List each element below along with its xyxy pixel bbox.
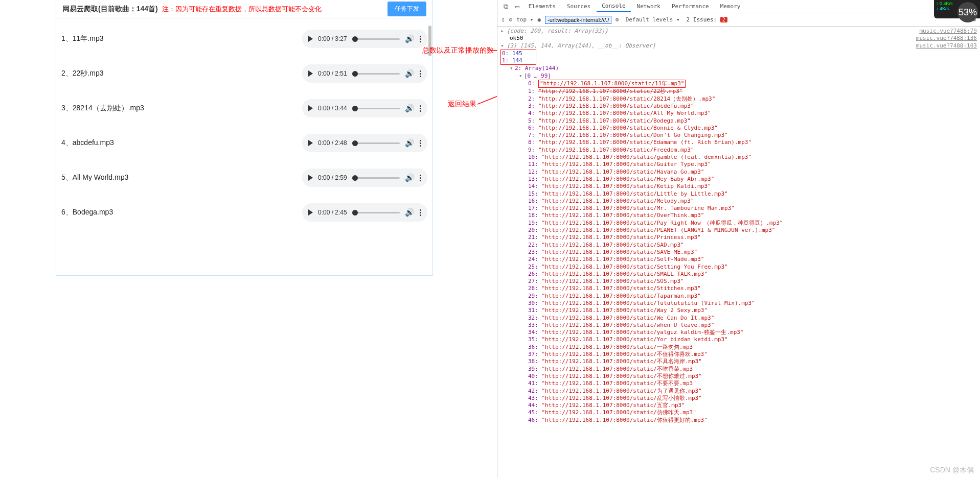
progress-slider[interactable] [352, 38, 400, 40]
audio-player[interactable]: 0:00 / 3:44🔊 [302, 99, 427, 117]
url-string[interactable]: "http://192.168.1.107:8000/static/不要不要.m… [542, 380, 696, 387]
console-array-item[interactable]: 41: "http://192.168.1.107:8000/static/不要… [500, 380, 977, 387]
menu-icon[interactable] [420, 105, 421, 112]
console-object[interactable]: {code: 200, result: Array(33)} [507, 28, 608, 35]
url-string[interactable]: "http://192.168.1.107:8000/static/OverTh… [542, 212, 704, 219]
url-string[interactable]: "http://192.168.1.107:8000/static/一路匆匆.m… [542, 344, 696, 350]
console-filter-input[interactable] [545, 16, 611, 24]
url-string[interactable]: "http://192.168.1.107:8000/static/Freedo… [538, 147, 694, 153]
progress-slider[interactable] [352, 212, 400, 213]
menu-icon[interactable] [420, 175, 421, 181]
console-array-item[interactable]: 15: "http://192.168.1.107:8000/static/Li… [500, 190, 977, 198]
url-string[interactable]: "http://192.168.1.107:8000/static/when U… [542, 322, 715, 328]
url-string[interactable]: "http://192.168.1.107:8000/static/Edamam… [538, 139, 751, 146]
tab-performance[interactable]: Performance [667, 1, 714, 12]
progress-slider[interactable] [352, 108, 400, 109]
url-string[interactable]: "http://192.168.1.107:8000/static/Self-M… [542, 256, 704, 262]
expand-icon[interactable] [500, 28, 506, 35]
url-string[interactable]: "http://192.168.1.107:8000/static/Pay Ri… [542, 220, 783, 226]
console-array-item[interactable]: 5: "http://192.168.1.107:8000/static/Bod… [500, 117, 977, 125]
url-string[interactable]: "http://192.168.1.107:8000/static/11年.mp… [538, 80, 686, 88]
console-array-item[interactable]: 21: "http://192.168.1.107:8000/static/Pr… [500, 234, 977, 241]
url-string[interactable]: "http://192.168.1.107:8000/static/We Can… [542, 315, 715, 321]
play-icon[interactable] [308, 36, 313, 42]
volume-icon[interactable]: 🔊 [405, 34, 415, 43]
console-array-item[interactable]: 3: "http://192.168.1.107:8000/static/abc… [500, 103, 977, 110]
url-string[interactable]: "http://192.168.1.107:8000/static/Way 2 … [542, 307, 708, 314]
device-icon[interactable]: ▭ [512, 2, 522, 11]
console-array-item[interactable]: 27: "http://192.168.1.107:8000/static/SO… [500, 278, 977, 285]
console-array-item[interactable]: 30: "http://192.168.1.107:8000/static/Tu… [500, 300, 977, 307]
console-array-item[interactable]: 28: "http://192.168.1.107:8000/static/St… [500, 285, 977, 292]
expand-icon[interactable] [500, 42, 506, 50]
url-string[interactable]: "http://192.168.1.107:8000/static/Stitch… [542, 285, 701, 292]
audio-player[interactable]: 0:00 / 2:51🔊 [302, 64, 427, 83]
url-string[interactable]: "http://192.168.1.107:8000/static/你值得更好的… [542, 417, 708, 423]
console-array-item[interactable]: 20: "http://192.168.1.107:8000/static/PL… [500, 227, 977, 234]
expand-icon[interactable] [519, 73, 524, 80]
url-string[interactable]: "http://192.168.1.107:8000/static/乱写小情歌.… [542, 395, 702, 401]
url-string[interactable]: "http://192.168.1.107:8000/static/不值得你喜欢… [542, 351, 708, 357]
menu-icon[interactable] [420, 36, 421, 42]
console-array-item[interactable]: 7: "http://192.168.1.107:8000/static/Don… [500, 132, 977, 139]
console-array[interactable]: (3) [145, 144, Array(144), __ob__: Obser… [507, 42, 655, 50]
console-array-item[interactable]: 46: "http://192.168.1.107:8000/static/你值… [500, 417, 977, 424]
expand-icon[interactable] [510, 65, 515, 72]
filter-clear-icon[interactable]: ⊗ [616, 16, 619, 23]
url-string[interactable]: "http://192.168.1.107:8000/static/SOS.mp… [542, 278, 684, 284]
url-string[interactable]: "http://192.168.1.107:8000/static/为了遇见你.… [542, 388, 702, 394]
url-string[interactable]: "http://192.168.1.107:8000/static/Havana… [542, 169, 704, 175]
url-string[interactable]: "http://192.168.1.107:8000/static/abcdef… [538, 103, 694, 109]
console-array-item[interactable]: 31: "http://192.168.1.107:8000/static/Wa… [500, 307, 977, 314]
console-array-item[interactable]: 40: "http://192.168.1.107:8000/static/不想… [500, 373, 977, 380]
url-string[interactable]: "http://192.168.1.107:8000/static/不吃香菜.m… [542, 366, 696, 372]
console-array-item[interactable]: 12: "http://192.168.1.107:8000/static/Ha… [500, 169, 977, 176]
console-array-item[interactable]: 11: "http://192.168.1.107:8000/static/Gu… [500, 161, 977, 168]
console-array-item[interactable]: 14: "http://192.168.1.107:8000/static/Ke… [500, 183, 977, 190]
volume-icon[interactable]: 🔊 [405, 173, 415, 182]
live-expr-icon[interactable]: ◉ [537, 16, 541, 23]
url-string[interactable]: "http://192.168.1.107:8000/static/Hey Ba… [542, 176, 715, 182]
url-string[interactable]: "http://192.168.1.107:8000/static/SMALL … [542, 271, 708, 277]
console-array-item[interactable]: 6: "http://192.168.1.107:8000/static/Bon… [500, 125, 977, 132]
sidebar-toggle-icon[interactable]: ▯ [502, 16, 505, 23]
inspect-icon[interactable]: ⧉ [500, 2, 511, 12]
tab-network[interactable]: Network [632, 1, 666, 12]
volume-icon[interactable]: 🔊 [405, 104, 415, 113]
url-string[interactable]: "http://192.168.1.107:8000/static/Ketip … [542, 183, 711, 189]
console-array-item[interactable]: 16: "http://192.168.1.107:8000/static/Me… [500, 198, 977, 205]
console-array-item[interactable]: 33: "http://192.168.1.107:8000/static/wh… [500, 322, 977, 329]
log-levels-selector[interactable]: Default levels ▾ [623, 15, 682, 24]
clear-console-icon[interactable]: ⊘ [509, 16, 513, 23]
console-array-item[interactable]: 36: "http://192.168.1.107:8000/static/一路… [500, 344, 977, 351]
tab-memory[interactable]: Memory [715, 1, 746, 12]
source-link[interactable]: music.vue?7488:79 [919, 28, 977, 35]
console-array-item[interactable]: 29: "http://192.168.1.107:8000/static/Ta… [500, 293, 977, 300]
source-link[interactable]: music.vue?7488:136 [916, 35, 977, 42]
console-array-item[interactable]: 44: "http://192.168.1.107:8000/static/五官… [500, 402, 977, 409]
console-array-item[interactable]: 39: "http://192.168.1.107:8000/static/不吃… [500, 366, 977, 373]
url-string[interactable]: "http://192.168.1.107:8000/static/不具名海岸.… [542, 358, 702, 365]
console-array-item[interactable]: 43: "http://192.168.1.107:8000/static/乱写… [500, 395, 977, 402]
play-icon[interactable] [308, 140, 313, 146]
url-string[interactable]: "http://192.168.1.107:8000/static/28214（… [538, 95, 715, 102]
console-array-item[interactable]: 19: "http://192.168.1.107:8000/static/Pa… [500, 220, 977, 227]
console-array-item[interactable]: 1: "http://192.168.1.107:8000/static/22秒… [500, 88, 977, 95]
range-label[interactable]: [0 … 99] [524, 73, 551, 79]
audio-player[interactable]: 0:00 / 2:59🔊 [302, 169, 427, 187]
console-array-item[interactable]: 45: "http://192.168.1.107:8000/static/仿佛… [500, 409, 977, 416]
console-array-item[interactable]: 42: "http://192.168.1.107:8000/static/为了… [500, 388, 977, 395]
url-string[interactable]: "http://192.168.1.107:8000/static/Melody… [542, 198, 694, 204]
url-string[interactable]: "http://192.168.1.107:8000/static/SAD.mp… [542, 242, 684, 248]
volume-icon[interactable]: 🔊 [405, 69, 415, 78]
play-icon[interactable] [308, 105, 313, 111]
song-list[interactable]: 1、11年.mp30:00 / 3:27🔊2、22秒.mp30:00 / 2:5… [56, 18, 432, 274]
progress-slider[interactable] [352, 177, 400, 179]
volume-icon[interactable]: 🔊 [405, 138, 415, 148]
url-string[interactable]: "http://192.168.1.107:8000/static/Prince… [542, 234, 701, 241]
progress-slider[interactable] [352, 142, 400, 144]
url-string[interactable]: "http://192.168.1.107:8000/static/PLANET… [542, 227, 776, 233]
tab-console[interactable]: Console [597, 1, 630, 12]
progress-slider[interactable] [352, 73, 400, 75]
url-string[interactable]: "http://192.168.1.107:8000/static/Don't … [538, 132, 728, 138]
